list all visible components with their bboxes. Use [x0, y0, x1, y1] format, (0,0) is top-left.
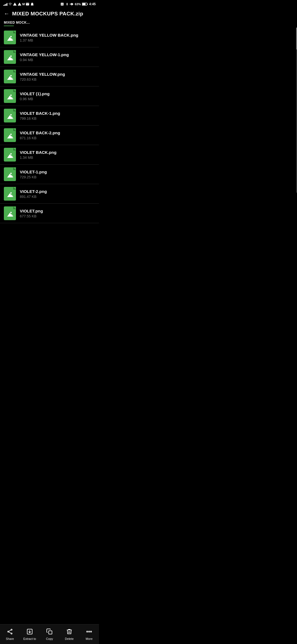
- battery-icon: [82, 2, 88, 6]
- warning-icon-2: [18, 2, 21, 6]
- svg-point-9: [10, 75, 12, 77]
- file-name: VIOLET-2.png: [20, 189, 47, 194]
- list-item[interactable]: VIOLET-2.png 891.47 KB: [0, 184, 99, 204]
- file-size: 1.37 MB: [20, 38, 78, 42]
- vibrate-icon: [70, 2, 74, 6]
- gmail-icon: M: [22, 2, 25, 6]
- back-button[interactable]: ←: [4, 10, 9, 17]
- svg-point-30: [10, 212, 12, 213]
- mountain-icon: [7, 74, 13, 80]
- file-size: 0.94 MB: [20, 58, 69, 62]
- breadcrumb: MIXED MOCK...: [0, 20, 99, 24]
- list-item[interactable]: VIOLET BACK-1.png 799.16 KB: [0, 106, 99, 125]
- list-item[interactable]: VIOLET (1).png 0.96 MB: [0, 86, 99, 106]
- svg-point-27: [10, 192, 12, 194]
- file-details: VIOLET BACK-1.png 799.16 KB: [20, 111, 60, 121]
- svg-point-18: [10, 134, 12, 135]
- bluetooth-icon: [65, 2, 69, 6]
- mountain-icon: [7, 192, 13, 198]
- file-name: VINTAGE YELLOW.png: [20, 72, 65, 77]
- file-details: VIOLET BACK.png 1.34 MB: [20, 150, 56, 160]
- list-item[interactable]: VIOLET BACK.png 1.34 MB: [0, 145, 99, 165]
- file-icon: [4, 109, 16, 122]
- file-icon: [4, 50, 16, 64]
- file-name: VIOLET BACK-1.png: [20, 111, 60, 116]
- file-icon: [4, 167, 16, 181]
- file-details: VINTAGE YELLOW.png 720.63 KB: [20, 72, 65, 81]
- list-item[interactable]: VIOLET BACK-2.png 871.16 KB: [0, 125, 99, 145]
- file-icon: [4, 89, 16, 103]
- file-icon: [4, 206, 16, 220]
- file-details: VINTAGE YELLOW-1.png 0.94 MB: [20, 52, 69, 62]
- svg-rect-2: [82, 3, 86, 5]
- file-size: 799.16 KB: [20, 116, 60, 121]
- file-name: VIOLET-1.png: [20, 170, 47, 174]
- file-name: VINTAGE YELLOW BACK.png: [20, 33, 78, 37]
- list-item[interactable]: VIOLET.png 677.55 KB: [0, 204, 99, 223]
- file-details: VINTAGE YELLOW BACK.png 1.37 MB: [20, 33, 78, 42]
- battery-percent: 63%: [75, 2, 81, 6]
- signal-icon: [3, 2, 7, 6]
- file-size: 729.25 KB: [20, 175, 47, 179]
- page-title: MIXED MOCKUPS PACK.zip: [12, 11, 83, 17]
- time-display: 4:45: [89, 2, 96, 6]
- status-right: 63% 4:45: [60, 2, 96, 6]
- file-list: VINTAGE YELLOW BACK.png 1.37 MB VINTAGE …: [0, 28, 99, 245]
- file-icon: [4, 70, 16, 83]
- svg-point-24: [10, 173, 12, 174]
- file-details: VIOLET BACK-2.png 871.16 KB: [20, 130, 60, 140]
- svg-point-12: [10, 95, 12, 96]
- breadcrumb-underline: [4, 26, 14, 26]
- list-item[interactable]: VINTAGE YELLOW-1.png 0.94 MB: [0, 47, 99, 67]
- warning-icon-1: [13, 2, 17, 6]
- file-icon: [4, 31, 16, 44]
- file-name: VIOLET (1).png: [20, 91, 50, 96]
- mountain-icon: [7, 172, 13, 178]
- file-details: VIOLET-1.png 729.25 KB: [20, 170, 47, 179]
- file-name: VINTAGE YELLOW-1.png: [20, 52, 69, 57]
- svg-rect-1: [87, 4, 88, 5]
- file-details: VIOLET.png 677.55 KB: [20, 209, 43, 218]
- svg-point-15: [10, 114, 12, 116]
- mountain-icon: [7, 94, 13, 100]
- svg-point-3: [10, 36, 12, 37]
- shop-icon: [30, 2, 34, 6]
- file-size: 720.63 KB: [20, 77, 65, 81]
- file-name: VIOLET BACK-2.png: [20, 130, 60, 135]
- mountain-icon: [7, 113, 13, 119]
- file-size: 891.47 KB: [20, 195, 47, 199]
- svg-point-6: [10, 56, 12, 57]
- mountain-icon: [7, 133, 13, 139]
- file-size: 677.55 KB: [20, 214, 43, 218]
- list-item[interactable]: VIOLET-1.png 729.25 KB: [0, 165, 99, 184]
- status-bar: M 63% 4:45: [0, 0, 99, 8]
- file-size: 871.16 KB: [20, 136, 60, 140]
- list-item[interactable]: VINTAGE YELLOW BACK.png 1.37 MB: [0, 28, 99, 47]
- list-item[interactable]: VINTAGE YELLOW.png 720.63 KB: [0, 67, 99, 86]
- wifi-icon: [8, 2, 12, 6]
- file-name: VIOLET.png: [20, 209, 43, 213]
- header: ← MIXED MOCKUPS PACK.zip: [0, 8, 99, 20]
- file-name: VIOLET BACK.png: [20, 150, 56, 155]
- file-icon: [4, 128, 16, 142]
- file-details: VIOLET-2.png 891.47 KB: [20, 189, 47, 199]
- file-size: 0.96 MB: [20, 97, 50, 101]
- file-size: 1.34 MB: [20, 155, 56, 160]
- svg-point-21: [10, 153, 12, 155]
- nfc-icon: [60, 2, 64, 6]
- status-left: M: [3, 2, 34, 6]
- mountain-icon: [7, 211, 13, 217]
- mountain-icon: [7, 35, 13, 41]
- file-icon: [4, 187, 16, 201]
- mountain-icon: [7, 55, 13, 61]
- mountain-icon: [7, 152, 13, 159]
- file-details: VIOLET (1).png 0.96 MB: [20, 91, 50, 101]
- email-icon: [26, 2, 29, 6]
- file-icon: [4, 148, 16, 162]
